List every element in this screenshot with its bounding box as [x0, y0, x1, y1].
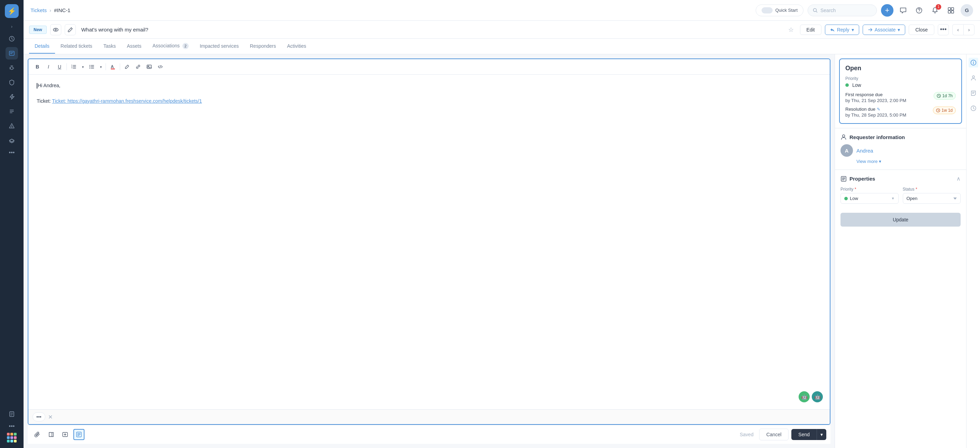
- right-panel: Open Priority Low First response due by …: [835, 54, 966, 448]
- requester-section: Requester information A Andrea View more…: [835, 128, 966, 170]
- reply-button[interactable]: Reply ▾: [825, 25, 859, 35]
- svg-rect-8: [951, 8, 954, 10]
- footer-more-button[interactable]: •••: [33, 412, 45, 421]
- unordered-list-button[interactable]: [87, 62, 97, 71]
- svg-point-11: [53, 28, 58, 31]
- clock-side-icon[interactable]: [969, 103, 978, 113]
- close-button[interactable]: Close: [909, 25, 934, 35]
- search-bar[interactable]: Search: [808, 5, 877, 16]
- breadcrumb-tickets[interactable]: Tickets: [30, 7, 47, 13]
- unordered-list-dropdown[interactable]: ▾: [98, 62, 103, 71]
- tab-associations[interactable]: Associations 2: [147, 39, 194, 54]
- reply-label: Reply: [837, 27, 850, 33]
- ordered-list-dropdown[interactable]: ▾: [80, 62, 86, 71]
- star-button[interactable]: ☆: [786, 24, 797, 35]
- sidebar-item-bug[interactable]: [6, 62, 18, 74]
- sidebar-item-list[interactable]: [6, 105, 18, 118]
- italic-button[interactable]: I: [44, 62, 53, 71]
- sidebar-docs-icon[interactable]: [6, 408, 18, 420]
- top-header: Tickets › #INC-1 Quick Start Search +: [24, 0, 980, 21]
- associate-button[interactable]: Associate ▾: [863, 25, 905, 35]
- person-side-icon[interactable]: [969, 73, 978, 83]
- link-button[interactable]: [133, 62, 143, 71]
- resolution-edit-icon[interactable]: ✎: [877, 107, 880, 112]
- editor-body[interactable]: Hi Andrea, Ticket: Ticket: https://gayat…: [29, 75, 830, 409]
- sidebar-item-lightning[interactable]: [6, 91, 18, 103]
- info-icon[interactable]: [969, 58, 978, 67]
- underline-button[interactable]: U: [55, 62, 64, 71]
- requester-name[interactable]: Andrea: [856, 148, 873, 154]
- attach-button[interactable]: [32, 429, 43, 440]
- sidebar-more-icon[interactable]: •••: [9, 149, 15, 156]
- edit-icon[interactable]: [65, 24, 76, 35]
- status-card: Open Priority Low First response due by …: [839, 59, 962, 124]
- tab-related-tickets[interactable]: Related tickets: [55, 39, 98, 54]
- properties-collapse-button[interactable]: ∧: [956, 175, 961, 182]
- sidebar-docs-more-icon[interactable]: •••: [9, 423, 15, 429]
- svg-point-2: [10, 67, 13, 70]
- svg-point-4: [813, 8, 817, 11]
- priority-prop-label: Priority *: [840, 187, 899, 192]
- update-button[interactable]: Update: [840, 213, 961, 227]
- edit-button[interactable]: Edit: [800, 25, 821, 35]
- text-color-button[interactable]: A: [108, 62, 118, 71]
- view-icon[interactable]: [50, 24, 61, 35]
- sidebar-collapse-icon[interactable]: ›: [10, 23, 14, 30]
- tab-impacted-services[interactable]: Impacted services: [194, 39, 244, 54]
- sidebar-item-unknown1[interactable]: [6, 33, 18, 45]
- sidebar-item-shield[interactable]: [6, 76, 18, 89]
- tab-assets[interactable]: Assets: [121, 39, 147, 54]
- status-select[interactable]: Open: [903, 193, 961, 204]
- add-button[interactable]: +: [881, 4, 894, 17]
- notes-icon[interactable]: [969, 88, 978, 98]
- bold-button[interactable]: B: [33, 62, 42, 71]
- tab-tasks[interactable]: Tasks: [98, 39, 121, 54]
- tab-responders[interactable]: Responders: [244, 39, 282, 54]
- ai-avatar-1[interactable]: 🤖: [799, 391, 810, 402]
- svg-rect-9: [948, 11, 951, 13]
- view-more-button[interactable]: View more ▾: [856, 159, 961, 164]
- template-button[interactable]: [73, 429, 84, 440]
- sidebar-grid-button[interactable]: [6, 431, 18, 444]
- properties-title: Properties: [840, 176, 875, 182]
- sidebar-item-tickets[interactable]: [6, 47, 18, 59]
- svg-point-6: [919, 11, 920, 12]
- ai-assist-button[interactable]: [60, 429, 71, 440]
- ai-avatar-2[interactable]: 🤖: [812, 391, 823, 402]
- ordered-list-button[interactable]: 123: [69, 62, 79, 71]
- priority-select[interactable]: Low: [840, 193, 899, 204]
- svg-rect-20: [111, 68, 115, 70]
- sidebar-item-alert[interactable]: [6, 120, 18, 132]
- properties-section: Properties ∧ Priority * Low: [835, 170, 966, 213]
- quick-start-toggle[interactable]: [762, 7, 773, 13]
- footer-close-button[interactable]: ✕: [48, 414, 52, 420]
- prev-ticket-button[interactable]: ‹: [952, 24, 963, 35]
- user-avatar[interactable]: G: [961, 4, 973, 17]
- send-button[interactable]: Send: [791, 429, 817, 440]
- resolution-badge: 1w 1d: [933, 106, 956, 114]
- send-dropdown-button[interactable]: ▾: [817, 429, 826, 440]
- reply-dropdown-icon: ▾: [851, 27, 854, 33]
- status-prop-label: Status *: [903, 187, 961, 192]
- book-button[interactable]: [46, 429, 57, 440]
- app-logo[interactable]: ⚡: [5, 4, 19, 18]
- chat-button[interactable]: [897, 4, 909, 17]
- sidebar-item-layers[interactable]: [6, 134, 18, 147]
- image-button[interactable]: [144, 62, 154, 71]
- tab-details[interactable]: Details: [29, 39, 55, 54]
- help-button[interactable]: [913, 4, 925, 17]
- notification-button[interactable]: 1: [929, 4, 941, 17]
- highlight-button[interactable]: [122, 62, 132, 71]
- apps-button[interactable]: [945, 4, 957, 17]
- priority-status-row: Priority * Low Status *: [840, 187, 961, 204]
- tabs-bar: Details Related tickets Tasks Assets Ass…: [24, 39, 980, 54]
- more-button[interactable]: •••: [938, 24, 949, 35]
- quick-start-button[interactable]: Quick Start: [756, 5, 803, 16]
- tab-activities[interactable]: Activities: [282, 39, 312, 54]
- code-button[interactable]: [156, 62, 165, 71]
- next-ticket-button[interactable]: ›: [963, 24, 974, 35]
- cancel-button[interactable]: Cancel: [759, 429, 789, 440]
- properties-header: Properties ∧: [840, 175, 961, 182]
- status-required: *: [916, 187, 917, 192]
- first-response-date: by Thu, 21 Sep 2023, 2:00 PM: [845, 98, 906, 103]
